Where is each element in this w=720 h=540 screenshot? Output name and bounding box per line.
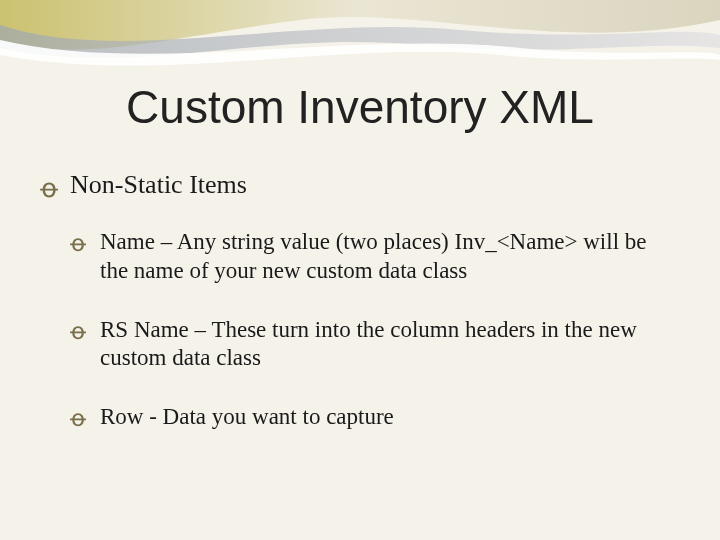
bullet-text: Name – Any string value (two places) Inv…: [100, 229, 647, 283]
bullet-text: Non-Static Items: [70, 170, 247, 199]
content-area: ꝋ Non-Static Items ꝋ Name – Any string v…: [40, 170, 680, 462]
bullet-level2: ꝋ Name – Any string value (two places) I…: [40, 228, 680, 286]
slide: Custom Inventory XML ꝋ Non-Static Items …: [0, 0, 720, 540]
swirl-bullet-icon: ꝋ: [70, 318, 86, 347]
bullet-level2: ꝋ Row - Data you want to capture: [40, 403, 680, 432]
swirl-bullet-icon: ꝋ: [70, 405, 86, 434]
slide-title: Custom Inventory XML: [0, 80, 720, 134]
bullet-text: Row - Data you want to capture: [100, 404, 394, 429]
swirl-bullet-icon: ꝋ: [40, 173, 58, 204]
swirl-bullet-icon: ꝋ: [70, 230, 86, 259]
bullet-level2: ꝋ RS Name – These turn into the column h…: [40, 316, 680, 374]
bullet-text: RS Name – These turn into the column hea…: [100, 317, 637, 371]
decorative-waves: [0, 0, 720, 90]
bullet-level1: ꝋ Non-Static Items: [40, 170, 680, 200]
